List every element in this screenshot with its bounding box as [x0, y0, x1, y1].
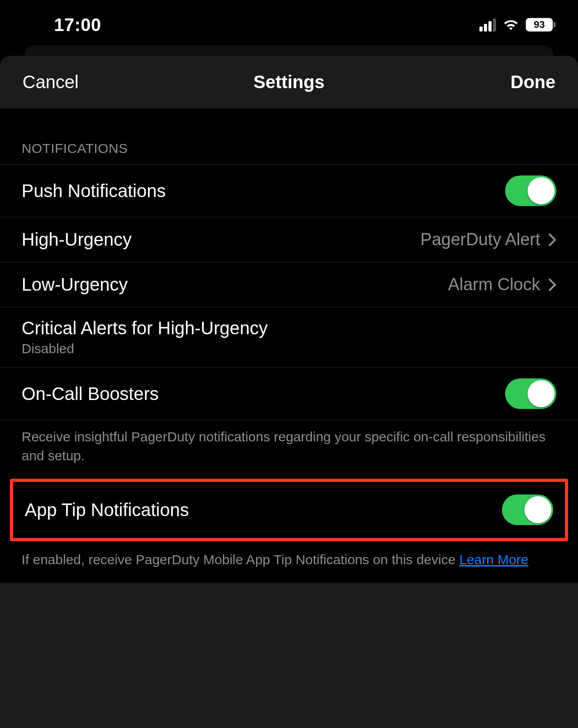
- highlight-app-tip: App Tip Notifications: [10, 479, 568, 541]
- footer-app-tip: If enabled, receive PagerDuty Mobile App…: [0, 541, 578, 583]
- row-sublabel: Disabled: [22, 341, 268, 356]
- status-icons: 93: [479, 18, 555, 31]
- row-label: Push Notifications: [22, 181, 166, 201]
- toggle-oncall-boosters[interactable]: [505, 378, 556, 409]
- chevron-right-icon: [548, 279, 556, 291]
- row-label: Low-Urgency: [22, 274, 128, 295]
- battery-level: 93: [526, 18, 553, 31]
- status-time: 17:00: [54, 15, 101, 35]
- cellular-icon: [479, 18, 496, 31]
- footer-text: If enabled, receive PagerDuty Mobile App…: [22, 552, 459, 567]
- row-value: Alarm Clock: [448, 275, 540, 294]
- row-label: On-Call Boosters: [22, 384, 159, 404]
- row-label: Critical Alerts for High-Urgency: [22, 318, 268, 338]
- row-oncall-boosters[interactable]: On-Call Boosters: [0, 367, 578, 420]
- row-app-tip-notifications[interactable]: App Tip Notifications: [13, 482, 565, 538]
- row-push-notifications[interactable]: Push Notifications: [0, 164, 578, 217]
- row-label: App Tip Notifications: [25, 500, 189, 520]
- toggle-app-tip-notifications[interactable]: [502, 494, 553, 525]
- page-title: Settings: [200, 72, 378, 92]
- section-header-notifications: NOTIFICATIONS: [0, 141, 578, 164]
- learn-more-link[interactable]: Learn More: [459, 552, 528, 567]
- toggle-push-notifications[interactable]: [505, 175, 556, 206]
- battery-icon: 93: [526, 18, 555, 31]
- row-low-urgency[interactable]: Low-Urgency Alarm Clock: [0, 262, 578, 307]
- row-value: PagerDuty Alert: [420, 230, 540, 249]
- row-critical-alerts[interactable]: Critical Alerts for High-Urgency Disable…: [0, 307, 578, 367]
- settings-sheet: Cancel Settings Done NOTIFICATIONS Push …: [0, 56, 578, 728]
- sheet-underlay: [25, 45, 553, 60]
- settings-content: NOTIFICATIONS Push Notifications High-Ur…: [0, 108, 578, 583]
- chevron-right-icon: [548, 234, 556, 246]
- wifi-icon: [502, 18, 519, 31]
- done-button[interactable]: Done: [378, 72, 555, 92]
- row-high-urgency[interactable]: High-Urgency PagerDuty Alert: [0, 217, 578, 262]
- row-label: High-Urgency: [22, 229, 132, 250]
- status-bar: 17:00 93: [0, 0, 578, 45]
- cancel-button[interactable]: Cancel: [23, 72, 200, 92]
- footer-oncall-boosters: Receive insightful PagerDuty notificatio…: [0, 420, 578, 479]
- nav-bar: Cancel Settings Done: [0, 56, 578, 108]
